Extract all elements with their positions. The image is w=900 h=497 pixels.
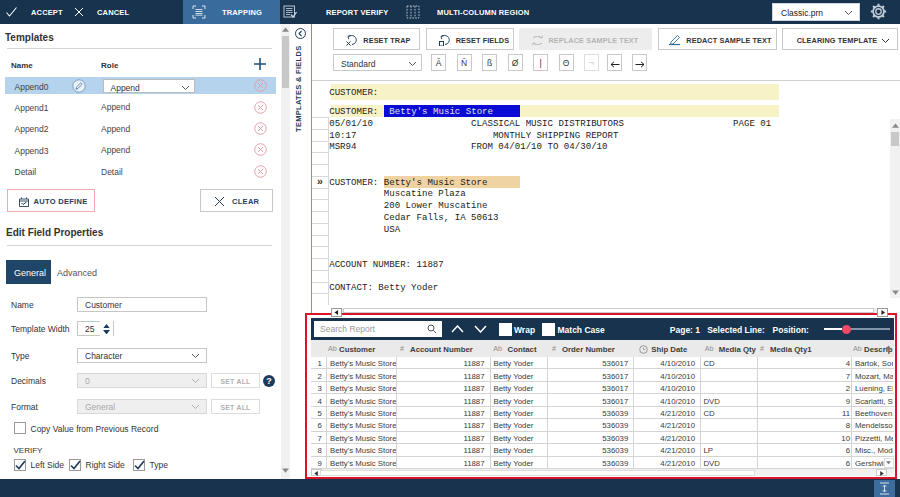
svg-text:?: ? <box>266 376 272 386</box>
